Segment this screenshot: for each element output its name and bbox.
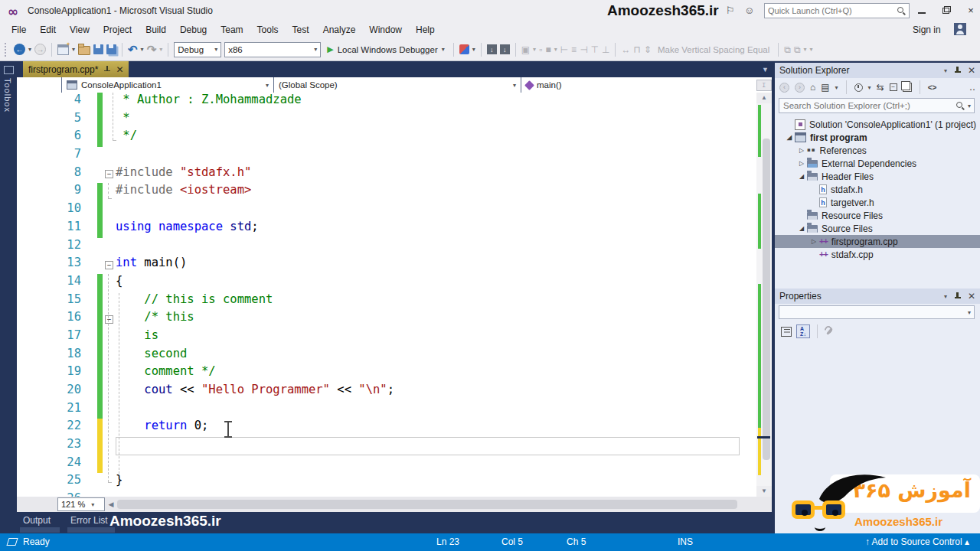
menu-debug[interactable]: Debug — [173, 22, 214, 37]
collapsed-arrow-icon[interactable]: ▷ — [796, 147, 807, 154]
scrollbar-thumb[interactable] — [763, 139, 770, 460]
sign-in-link[interactable]: Sign in — [913, 24, 941, 35]
menu-help[interactable]: Help — [409, 22, 442, 37]
tab-output[interactable]: Output — [23, 515, 51, 526]
quick-launch-input[interactable] — [765, 6, 897, 15]
pending-changes-filter-icon[interactable] — [854, 83, 863, 92]
code-line-19[interactable]: 19 comment */ — [17, 364, 756, 383]
add-to-source-control-button[interactable]: ↑ Add to Source Control ▴ — [865, 536, 969, 547]
tree-item-references[interactable]: ▷▪▪References — [775, 144, 980, 157]
new-project-dropdown[interactable]: ▾ — [72, 46, 75, 53]
document-tab-firstprogram[interactable]: firstprogram.cpp* ✕ — [23, 61, 129, 77]
collapsed-arrow-icon[interactable]: ▷ — [808, 238, 819, 245]
code-lines[interactable]: 4 * Author : Z.Mohammadzade5 *6 */78−#in… — [17, 93, 756, 497]
undo-button[interactable]: ↶ — [128, 44, 138, 55]
tree-item-stdafx-h[interactable]: hstdafx.h — [775, 183, 980, 196]
code-text[interactable]: comment */ — [116, 364, 740, 383]
tree-item-solution-consoleapplication1-1-project[interactable]: Solution 'ConsoleApplication1' (1 projec… — [775, 118, 980, 131]
code-line-22[interactable]: 22 return 0; — [17, 419, 756, 437]
code-line-14[interactable]: 14{ — [17, 274, 756, 292]
minimize-button[interactable] — [911, 3, 933, 17]
code-line-11[interactable]: 11using namespace std; — [17, 220, 756, 238]
code-line-23[interactable]: 23 — [17, 437, 756, 455]
menu-test[interactable]: Test — [286, 22, 316, 37]
restore-button[interactable] — [936, 3, 957, 17]
start-debugging-button[interactable]: ▶Local Windows Debugger▾ — [324, 44, 448, 54]
expanded-arrow-icon[interactable]: ◢ — [796, 225, 807, 232]
menu-team[interactable]: Team — [214, 22, 250, 37]
alphabetical-sort-icon[interactable]: AZ↓ — [796, 324, 810, 338]
send-feedback-icon[interactable]: ☺ — [744, 5, 754, 16]
scroll-up-arrow[interactable]: ▲ — [756, 93, 772, 103]
window-position-dropdown[interactable]: ▾ — [944, 293, 947, 300]
code-text[interactable]: } — [116, 473, 740, 491]
code-text[interactable] — [116, 491, 740, 497]
menu-build[interactable]: Build — [139, 22, 173, 37]
tree-item-firstprogram-cpp[interactable]: ▷++firstprogram.cpp — [775, 235, 980, 248]
editor-split-handle[interactable]: ⌶ — [756, 80, 772, 91]
expanded-arrow-icon[interactable]: ◢ — [796, 173, 807, 180]
forward-icon[interactable]: › — [795, 83, 805, 93]
code-text[interactable]: /* this — [116, 310, 740, 328]
toolbar-overflow-icon[interactable]: ‥ — [969, 82, 975, 93]
code-text[interactable] — [116, 201, 740, 220]
vertical-scrollbar[interactable]: ▲ ▼ — [756, 93, 772, 497]
code-line-25[interactable]: 25} — [17, 473, 756, 491]
code-line-10[interactable]: 10 — [17, 201, 756, 220]
code-text[interactable]: * Author : Z.Mohammadzade — [116, 93, 740, 111]
properties-pages-icon[interactable] — [903, 83, 912, 92]
solution-explorer-search-input[interactable] — [779, 101, 956, 110]
new-project-button[interactable] — [57, 44, 69, 55]
toolbar-overflow-dropdown[interactable]: ▾ — [472, 46, 475, 53]
collapse-region-icon[interactable]: − — [105, 170, 113, 178]
code-line-17[interactable]: 17 is — [17, 328, 756, 347]
navigate-back-dropdown[interactable]: ▾ — [28, 46, 31, 53]
solution-configuration-combo[interactable]: Debug▾ — [174, 42, 221, 57]
code-text[interactable]: cout << "Hello Programmer" << "\n"; — [116, 383, 740, 401]
code-line-9[interactable]: 9#include <iostream> — [17, 183, 756, 201]
code-text[interactable]: return 0; — [116, 419, 740, 437]
code-text[interactable]: using namespace std; — [116, 220, 740, 238]
properties-object-dropdown[interactable]: ▾ — [779, 305, 975, 319]
code-text[interactable]: { — [116, 274, 740, 292]
code-text[interactable]: * — [116, 111, 740, 129]
collapse-region-icon[interactable]: − — [105, 261, 113, 269]
tree-item-resource-files[interactable]: Resource Files — [775, 209, 980, 222]
step-over-icon[interactable]: ↓ — [500, 44, 510, 54]
back-icon[interactable]: ‹ — [779, 83, 789, 93]
navigate-back-button[interactable]: ← — [14, 44, 25, 55]
tree-item-first-program[interactable]: ◢first program — [775, 131, 980, 144]
redo-dropdown[interactable]: ▾ — [159, 46, 162, 53]
tree-item-external-dependencies[interactable]: ▷External Dependencies — [775, 157, 980, 170]
project-dropdown[interactable]: ConsoleApplication1▾ — [62, 77, 274, 93]
code-text[interactable]: */ — [116, 129, 740, 147]
code-text[interactable] — [116, 437, 740, 455]
menu-tools[interactable]: Tools — [250, 22, 286, 37]
menu-view[interactable]: View — [63, 22, 96, 37]
quick-launch-box[interactable] — [764, 3, 910, 18]
attach-to-process-icon[interactable] — [459, 44, 469, 54]
solution-explorer-header[interactable]: Solution Explorer ▾ ✕ — [775, 63, 980, 78]
solution-platform-combo[interactable]: x86▾ — [224, 42, 321, 57]
auto-hide-pin-icon[interactable] — [954, 292, 961, 300]
menu-edit[interactable]: Edit — [33, 22, 63, 37]
code-line-15[interactable]: 15 // this is comment — [17, 292, 756, 311]
menu-file[interactable]: File — [5, 22, 33, 37]
pin-icon[interactable] — [103, 66, 110, 73]
toolbar-grip[interactable] — [5, 43, 9, 57]
notifications-flag-icon[interactable]: ⚐ — [726, 5, 735, 16]
code-line-5[interactable]: 5 * — [17, 111, 756, 129]
zoom-level-dropdown[interactable]: 121 %▾ — [57, 497, 105, 511]
close-panel-icon[interactable]: ✕ — [968, 291, 975, 302]
code-line-6[interactable]: 6 */ — [17, 129, 756, 147]
code-line-7[interactable]: 7 — [17, 147, 756, 165]
expanded-arrow-icon[interactable]: ◢ — [784, 134, 795, 141]
code-line-12[interactable]: 12 — [17, 238, 756, 256]
view-code-icon[interactable]: <> — [928, 83, 937, 92]
tree-item-targetver-h[interactable]: htargetver.h — [775, 196, 980, 209]
code-line-21[interactable]: 21 — [17, 401, 756, 419]
code-text[interactable]: #include <iostream> — [116, 183, 740, 201]
toolbox-tab[interactable]: Toolbox — [0, 61, 17, 512]
collapse-region-icon[interactable]: − — [105, 315, 113, 324]
member-dropdown[interactable]: main()▾ — [521, 77, 772, 93]
